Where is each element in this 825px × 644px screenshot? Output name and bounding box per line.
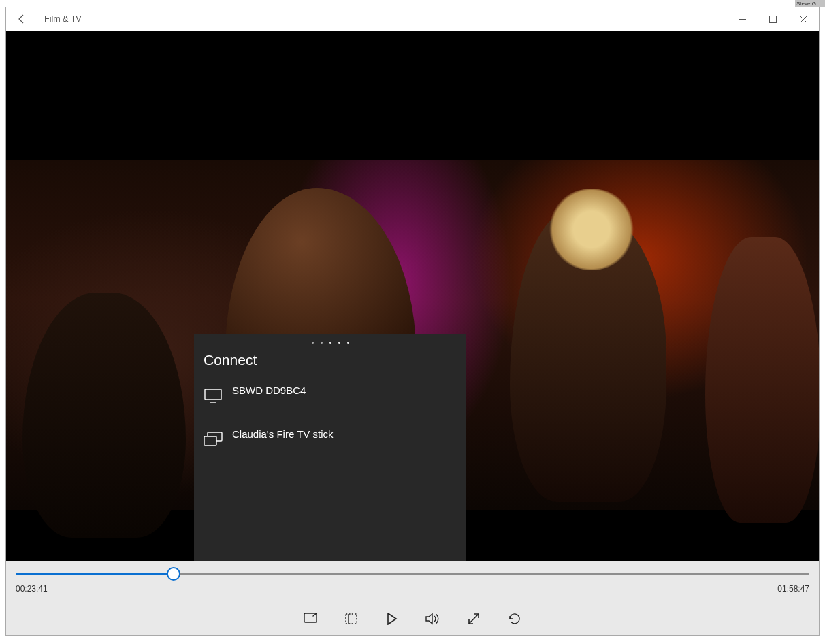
cast-device-label: Claudia's Fire TV stick bbox=[232, 428, 333, 440]
cast-device-label: SBWD DD9BC4 bbox=[232, 385, 306, 396]
seek-fill bbox=[16, 573, 174, 575]
maximize-button[interactable] bbox=[758, 7, 788, 31]
current-time: 00:23:41 bbox=[16, 584, 48, 594]
minimize-button[interactable] bbox=[727, 7, 758, 31]
svg-rect-9 bbox=[346, 614, 357, 624]
repeat-button[interactable] bbox=[504, 609, 525, 629]
maximize-icon bbox=[769, 16, 777, 23]
play-icon bbox=[387, 613, 398, 625]
app-title: Film & TV bbox=[44, 14, 82, 24]
svg-rect-4 bbox=[205, 389, 221, 400]
arrow-left-icon bbox=[16, 14, 27, 25]
aspect-ratio-icon bbox=[345, 613, 357, 625]
volume-icon bbox=[425, 613, 440, 625]
cast-device-item[interactable]: Claudia's Fire TV stick bbox=[194, 419, 466, 462]
svg-marker-11 bbox=[388, 613, 396, 624]
repeat-icon bbox=[508, 612, 521, 626]
seek-thumb[interactable] bbox=[167, 567, 180, 581]
close-icon bbox=[800, 16, 807, 23]
cast-button[interactable] bbox=[300, 609, 321, 629]
cast-icon bbox=[304, 613, 317, 625]
svg-rect-7 bbox=[204, 436, 216, 445]
fullscreen-icon bbox=[468, 613, 480, 625]
monitor-icon bbox=[204, 387, 223, 404]
figure-silhouette bbox=[705, 237, 819, 523]
close-button[interactable] bbox=[788, 7, 819, 31]
video-playback-area[interactable]: Connect SBWD DD9BC4 Claudia's Fire TV st… bbox=[6, 31, 819, 561]
svg-marker-12 bbox=[426, 614, 432, 624]
minimize-icon bbox=[739, 16, 746, 23]
background-tab-fragment: Steve G bbox=[795, 0, 825, 7]
connect-heading: Connect bbox=[194, 347, 466, 375]
searching-indicator bbox=[194, 334, 466, 347]
figure-silhouette bbox=[510, 209, 666, 502]
aspect-ratio-button[interactable] bbox=[341, 609, 361, 629]
back-button[interactable] bbox=[12, 9, 32, 29]
figure-silhouette bbox=[22, 293, 186, 538]
svg-rect-1 bbox=[770, 16, 777, 22]
cast-device-item[interactable]: SBWD DD9BC4 bbox=[194, 375, 466, 419]
connect-flyout: Connect SBWD DD9BC4 Claudia's Fire TV st… bbox=[194, 334, 466, 561]
multi-monitor-icon bbox=[204, 431, 223, 447]
volume-button[interactable] bbox=[423, 609, 443, 629]
window-titlebar: Film & TV bbox=[6, 7, 819, 31]
seek-bar[interactable] bbox=[6, 566, 819, 581]
film-tv-app-window: Film & TV Connect bbox=[5, 7, 820, 636]
svg-line-13 bbox=[469, 614, 479, 624]
fullscreen-button[interactable] bbox=[464, 609, 484, 629]
play-button[interactable] bbox=[382, 609, 402, 629]
playback-controls: 00:23:41 01:58:47 bbox=[6, 561, 819, 635]
total-time: 01:58:47 bbox=[777, 584, 809, 594]
window-controls bbox=[727, 7, 819, 31]
